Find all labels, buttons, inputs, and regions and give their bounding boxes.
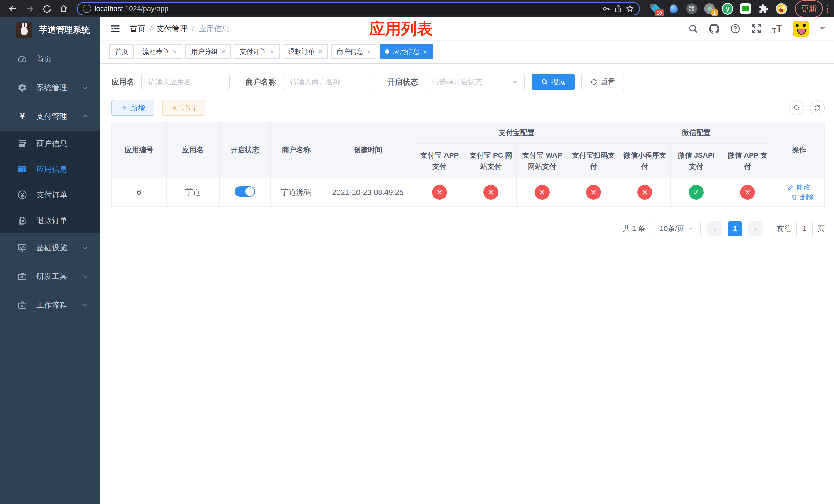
- extension-chat-icon[interactable]: [740, 3, 751, 14]
- tab-close-icon[interactable]: ×: [319, 48, 322, 55]
- fullscreen-icon[interactable]: [751, 24, 762, 34]
- tab-refund-order[interactable]: 退款订单×: [283, 44, 328, 59]
- sub-header-wechat-app: 微信 APP 支付: [722, 143, 773, 178]
- search-button[interactable]: 搜索: [532, 74, 575, 90]
- prev-page-button[interactable]: ‹: [707, 222, 722, 236]
- reload-icon[interactable]: [40, 2, 54, 16]
- table-toolbar: 新增 导出: [111, 100, 825, 116]
- font-size-icon[interactable]: TT: [772, 24, 782, 33]
- sidebar-item-infra[interactable]: 基础设施: [0, 233, 100, 262]
- help-icon[interactable]: [730, 24, 740, 34]
- select-caret-icon: [513, 81, 518, 86]
- extension-command-icon[interactable]: ⌘: [686, 3, 697, 14]
- sidebar-item-refund-order[interactable]: 退款订单: [0, 208, 100, 233]
- goto-suffix-label: 页: [818, 224, 825, 233]
- col-header-created: 创建时间: [322, 122, 414, 178]
- sidebar-item-label: 支付订单: [37, 190, 67, 200]
- cell-created: 2021-10-23 08:49:25: [322, 178, 414, 206]
- forward-icon[interactable]: [23, 2, 37, 16]
- col-header-app-id: 应用编号: [112, 122, 167, 178]
- extension-y-icon[interactable]: y: [722, 3, 733, 14]
- app-name-input[interactable]: [141, 74, 229, 90]
- briefcase-icon: [17, 272, 28, 281]
- share-icon[interactable]: [614, 5, 622, 13]
- chrome-update-button[interactable]: 更新: [795, 0, 823, 18]
- user-menu-caret-icon[interactable]: [820, 27, 825, 32]
- page-number-button[interactable]: 1: [728, 222, 742, 236]
- tab-process-form[interactable]: 流程表单×: [137, 44, 182, 59]
- user-avatar[interactable]: [793, 21, 809, 37]
- tab-pay-order[interactable]: 支付订单×: [234, 44, 279, 59]
- sidebar-item-workflow[interactable]: 工作流程: [0, 291, 100, 319]
- app-logo-row[interactable]: 芋道管理系统: [0, 18, 100, 42]
- sidebar-item-label: 首页: [37, 54, 52, 64]
- tab-close-icon[interactable]: ×: [221, 48, 225, 55]
- sub-header-alipay-app: 支付宝 APP 支付: [414, 143, 465, 178]
- sidebar-item-home[interactable]: 首页: [0, 45, 100, 73]
- status-toggle[interactable]: [235, 186, 255, 197]
- tab-merchant-info[interactable]: 商户信息×: [331, 44, 376, 59]
- github-icon[interactable]: [709, 24, 719, 34]
- sidebar-item-label: 商户信息: [37, 138, 67, 149]
- tab-app-info[interactable]: 应用信息×: [379, 44, 433, 59]
- tab-close-icon[interactable]: ×: [423, 48, 427, 55]
- bookmark-star-icon[interactable]: [626, 5, 634, 13]
- sidebar-item-app-info[interactable]: 应用信息: [0, 156, 100, 182]
- sidebar-item-pay-order[interactable]: 支付订单: [0, 182, 100, 208]
- next-page-button[interactable]: ›: [748, 222, 763, 236]
- status-select[interactable]: 请选择开启状态: [425, 74, 525, 90]
- chevron-down-icon: [82, 301, 89, 308]
- sidebar-item-merchant-info[interactable]: 商户信息: [0, 131, 100, 156]
- tab-close-icon[interactable]: ×: [270, 48, 273, 55]
- search-icon[interactable]: [688, 24, 698, 34]
- goto-page-input[interactable]: [796, 221, 813, 236]
- tab-user-group[interactable]: 用户分组×: [185, 44, 231, 59]
- reset-button[interactable]: 重置: [581, 74, 624, 90]
- monitor-chart-icon: [17, 243, 28, 253]
- sidebar-collapse-icon[interactable]: [109, 23, 121, 35]
- edit-link[interactable]: 修改: [787, 182, 810, 192]
- export-button[interactable]: 导出: [162, 100, 205, 116]
- show-search-toggle-button[interactable]: [789, 100, 804, 115]
- col-header-status: 开启状态: [219, 122, 270, 178]
- site-info-icon[interactable]: i: [83, 5, 91, 13]
- merchant-name-input[interactable]: [283, 74, 371, 90]
- browser-profile-avatar[interactable]: [776, 3, 787, 14]
- sidebar-item-label: 应用信息: [37, 164, 67, 175]
- extension-diamond-icon[interactable]: 10: [650, 3, 661, 14]
- refresh-table-button[interactable]: [810, 100, 825, 115]
- sidebar-item-label: 工作流程: [37, 300, 67, 311]
- dashboard-icon: [17, 54, 28, 64]
- extension-dot-icon[interactable]: 1: [704, 3, 715, 14]
- wechat-app-status-icon: ✕: [740, 185, 755, 200]
- pagination: 共 1 条 10条/页 ‹ 1 › 前往 页: [111, 221, 825, 236]
- header-actions: TT: [688, 21, 825, 37]
- page-size-select[interactable]: 10条/页: [652, 221, 701, 236]
- filter-app-name-label: 应用名: [111, 77, 134, 87]
- url-text[interactable]: localhost:1024/pay/app: [95, 5, 598, 13]
- address-bar[interactable]: i localhost:1024/pay/app: [77, 2, 640, 15]
- col-header-ops: 操作: [773, 122, 825, 178]
- sidebar-item-dev-tools[interactable]: 研发工具: [0, 262, 100, 291]
- add-button[interactable]: 新增: [111, 100, 154, 116]
- store-icon: [17, 139, 28, 148]
- delete-link[interactable]: 删除: [791, 192, 814, 202]
- breadcrumb-home[interactable]: 首页: [130, 24, 145, 34]
- sidebar-item-label: 退款订单: [37, 215, 67, 226]
- sidebar-item-system[interactable]: 系统管理: [0, 73, 100, 102]
- tab-close-icon[interactable]: ×: [173, 48, 177, 55]
- home-icon[interactable]: [57, 2, 71, 16]
- extensions-puzzle-icon[interactable]: [758, 3, 769, 14]
- filter-form: 应用名 商户名称 开启状态 请选择开启状态 搜索 重置: [111, 74, 825, 90]
- group-header-alipay: 支付宝配置: [414, 122, 619, 143]
- app-table: 应用编号 应用名 开启状态 商户名称 创建时间 支付宝配置 微信配置 操作 支付…: [111, 121, 825, 207]
- app-title: 芋道管理系统: [39, 24, 90, 36]
- extension-balloon-icon[interactable]: [668, 3, 679, 14]
- password-key-icon[interactable]: [602, 5, 610, 13]
- back-icon[interactable]: [6, 2, 20, 16]
- sidebar-item-payment[interactable]: ¥ 支付管理: [0, 102, 100, 131]
- browser-menu-icon[interactable]: [827, 5, 828, 13]
- tab-home[interactable]: 首页: [109, 44, 134, 59]
- breadcrumb-payment[interactable]: 支付管理: [156, 24, 187, 34]
- tab-close-icon[interactable]: ×: [367, 48, 371, 55]
